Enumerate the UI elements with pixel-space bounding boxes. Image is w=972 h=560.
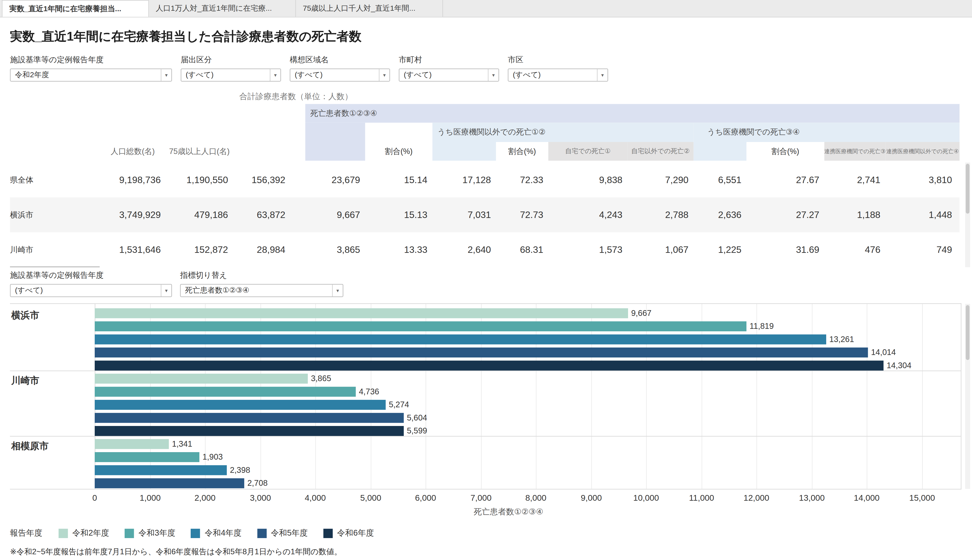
chevron-down-icon: ▼ xyxy=(270,69,281,81)
col-header-death-partner-facility: 連携医療機関での死亡③ xyxy=(825,142,885,161)
x-axis-tick-label: 6,000 xyxy=(397,493,454,503)
cell-ratio-3: 27.27 xyxy=(747,198,825,232)
select-value: (すべて) xyxy=(399,70,432,80)
col-header-death-nonpartner-facility: 連携医療機関以外での死亡④ xyxy=(885,142,960,161)
chart-scrollbar[interactable] xyxy=(965,304,970,489)
select-value: 死亡患者数①②③④ xyxy=(181,285,249,296)
table-row-prefecture-total[interactable]: 県全体 9,198,736 1,190,550 156,392 23,679 1… xyxy=(10,163,960,198)
x-axis-tick-label: 0 xyxy=(67,493,123,503)
chevron-down-icon: ▼ xyxy=(161,285,172,297)
chart-category-label: 横浜市 xyxy=(11,310,39,322)
cell-total-patients: 28,984 xyxy=(233,232,291,267)
filter-report-year-select[interactable]: 令和2年度 ▼ xyxy=(10,68,172,82)
chart-category-label: 川崎市 xyxy=(11,375,39,387)
legend-item[interactable]: 令和4年度 xyxy=(191,528,242,539)
bar-value-label: 4,736 xyxy=(359,387,379,397)
table-row-kawasaki[interactable]: 川崎市 1,531,646 152,872 28,984 3,865 13.33… xyxy=(10,232,960,267)
cell-total-patients: 63,872 xyxy=(233,198,291,232)
table-scrollbar[interactable] xyxy=(965,163,970,267)
legend-label: 令和2年度 xyxy=(72,528,109,539)
bar-相模原市-令和2年度[interactable] xyxy=(95,439,169,449)
bar-川崎市-令和3年度[interactable] xyxy=(95,387,356,397)
cell-ratio-3: 31.69 xyxy=(747,232,825,267)
cell-death-at-home: 9,838 xyxy=(548,163,628,198)
bar-川崎市-令和6年度[interactable] xyxy=(95,426,404,436)
bar-川崎市-令和4年度[interactable] xyxy=(95,400,386,410)
cell-death-partner-facility: 2,741 xyxy=(825,163,885,198)
chart-legend: 報告年度 令和2年度令和3年度令和4年度令和5年度令和6年度 xyxy=(10,528,374,539)
gridline xyxy=(481,304,482,489)
table-scrollbar-thumb[interactable] xyxy=(966,164,970,214)
filter-label: 構想区域名 xyxy=(290,55,390,65)
filter-report-year-chart-select[interactable]: (すべて) ▼ xyxy=(10,284,172,297)
chart-scrollbar-thumb[interactable] xyxy=(966,305,970,360)
footnote: ※令和2~5年度報告は前年度7月1日から、令和6年度報告は令和5年8月1日からの… xyxy=(10,547,342,558)
filter-municipality-select[interactable]: (すべて) ▼ xyxy=(399,68,499,82)
legend-item[interactable]: 令和2年度 xyxy=(58,528,109,539)
legend-item[interactable]: 令和6年度 xyxy=(323,528,374,539)
legend-label: 令和3年度 xyxy=(139,528,175,539)
chevron-down-icon: ▼ xyxy=(161,69,172,81)
dashboard-root: 実数_直近1年間に在宅療養担当... 人口1万人対_直近1年間に在宅療... 7… xyxy=(0,0,972,560)
cell-deaths: 9,667 xyxy=(291,198,365,232)
filter-notification-type-select[interactable]: (すべて) ▼ xyxy=(181,68,281,82)
bar-横浜市-令和6年度[interactable] xyxy=(95,361,883,371)
bar-value-label: 5,599 xyxy=(407,426,427,436)
category-separator xyxy=(10,436,961,437)
col-header-death-outside-home: 自宅以外での死亡② xyxy=(628,142,694,161)
bar-相模原市-令和5年度[interactable] xyxy=(95,478,244,488)
tab-per-10000-population[interactable]: 人口1万人対_直近1年間に在宅療... xyxy=(149,0,296,17)
table-row-yokohama[interactable]: 横浜市 3,749,929 479,186 63,872 9,667 15.13… xyxy=(10,198,960,232)
header-band-fill xyxy=(433,142,496,161)
cell-death-at-home: 1,573 xyxy=(548,232,628,267)
col-header-ratio-1: 割合(%) xyxy=(365,142,433,161)
bar-横浜市-令和4年度[interactable] xyxy=(95,335,826,345)
gridline xyxy=(426,304,426,489)
bar-横浜市-令和2年度[interactable] xyxy=(95,308,628,318)
col-header-population: 人口総数(名) xyxy=(100,142,166,161)
bar-川崎市-令和5年度[interactable] xyxy=(95,413,404,423)
x-axis-tick-label: 10,000 xyxy=(618,493,674,503)
page-title: 実数_直近1年間に在宅療養担当した合計診療患者数の死亡者数 xyxy=(10,28,361,45)
cell-population: 3,749,929 xyxy=(100,198,166,232)
bar-相模原市-令和3年度[interactable] xyxy=(95,452,199,462)
header-band-deaths-outside-facility: うち医療機関以外での死亡①② xyxy=(433,123,694,142)
legend-swatch xyxy=(125,528,134,538)
filter-indicator-switch-select[interactable]: 死亡患者数①②③④ ▼ xyxy=(180,284,344,297)
bar-value-label: 5,604 xyxy=(407,413,427,423)
filter-label: 施設基準等の定例報告年度 xyxy=(10,55,172,65)
filter-ward-select[interactable]: (すべて) ▼ xyxy=(508,68,608,82)
cell-total-patients: 156,392 xyxy=(233,163,291,198)
cell-ratio-1: 13.33 xyxy=(365,232,433,267)
gridline xyxy=(757,304,757,489)
col-header-population-over75: 75歳以上人口(名) xyxy=(166,142,233,161)
x-axis-tick-label: 3,000 xyxy=(232,493,289,503)
bar-横浜市-令和5年度[interactable] xyxy=(95,348,868,357)
legend-items: 令和2年度令和3年度令和4年度令和5年度令和6年度 xyxy=(58,528,374,539)
bar-value-label: 5,274 xyxy=(389,400,409,410)
x-axis-tick-label: 8,000 xyxy=(508,493,564,503)
col-header-death-at-home: 自宅での死亡① xyxy=(548,142,628,161)
tab-per-1000-over75[interactable]: 75歳以上人口千人対_直近1年間... xyxy=(296,0,443,17)
filter-label: 市区 xyxy=(508,55,608,65)
bar-value-label: 2,708 xyxy=(247,478,268,488)
filter-label: 施設基準等の定例報告年度 xyxy=(10,270,172,281)
tab-actual-counts[interactable]: 実数_直近1年間に在宅療養担当... xyxy=(2,0,149,17)
header-band-deaths-in-facility: うち医療機関での死亡③④ xyxy=(694,123,960,142)
bar-川崎市-令和2年度[interactable] xyxy=(95,374,308,383)
table-unit-header: 合計診療患者数（単位：人数） xyxy=(239,91,352,102)
cell-population-over75: 1,190,550 xyxy=(166,163,233,198)
filter-region-name: 構想区域名 (すべて) ▼ xyxy=(290,55,390,82)
bar-横浜市-令和3年度[interactable] xyxy=(95,322,747,331)
legend-item[interactable]: 令和5年度 xyxy=(257,528,308,539)
legend-swatch xyxy=(323,528,333,538)
legend-item[interactable]: 令和3年度 xyxy=(125,528,175,539)
cell-population-over75: 152,872 xyxy=(166,232,233,267)
cell-population: 9,198,736 xyxy=(100,163,166,198)
header-band-fill xyxy=(694,142,747,161)
legend-swatch xyxy=(191,528,200,538)
x-axis-title: 死亡患者数①②③④ xyxy=(95,507,922,518)
bar-相模原市-令和4年度[interactable] xyxy=(95,465,227,475)
filter-region-name-select[interactable]: (すべて) ▼ xyxy=(290,68,390,82)
filter-label: 届出区分 xyxy=(181,55,281,65)
